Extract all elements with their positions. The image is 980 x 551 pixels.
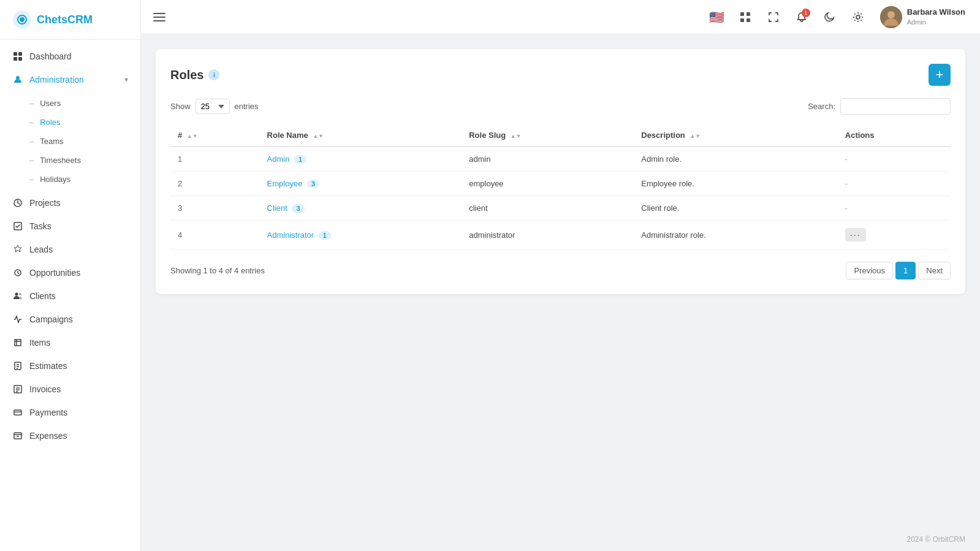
sidebar-item-items[interactable]: Items bbox=[0, 331, 140, 354]
administration-arrow-icon: ▾ bbox=[124, 75, 128, 84]
administration-icon bbox=[12, 74, 23, 85]
cell-role-name: Admin 1 bbox=[260, 146, 462, 172]
sidebar-item-label-tasks: Tasks bbox=[29, 221, 128, 231]
svg-rect-18 bbox=[740, 18, 744, 22]
dashboard-icon bbox=[12, 51, 23, 62]
cell-num: 4 bbox=[170, 221, 260, 249]
show-label: Show bbox=[170, 102, 191, 111]
search-input[interactable] bbox=[840, 98, 951, 115]
estimates-icon bbox=[12, 360, 23, 371]
notifications-icon[interactable]: 1 bbox=[792, 7, 811, 27]
role-count-badge: 3 bbox=[307, 180, 319, 188]
entries-select[interactable]: 10 25 50 100 bbox=[196, 99, 230, 114]
action-dots-button[interactable]: ··· bbox=[845, 228, 866, 241]
sidebar-item-campaigns[interactable]: Campaigns bbox=[0, 308, 140, 331]
previous-button[interactable]: Previous bbox=[846, 262, 893, 279]
user-info: Barbara Wilson Admin bbox=[907, 7, 965, 26]
col-role-slug: Role Slug ▲▼ bbox=[462, 124, 634, 146]
sidebar-item-label-invoices: Invoices bbox=[29, 384, 128, 394]
svg-rect-14 bbox=[14, 410, 21, 415]
sidebar-subitem-label-timesheets: Timesheets bbox=[40, 156, 81, 165]
action-dash: - bbox=[845, 203, 848, 213]
table-row: 1 Admin 1 admin Admin role. - bbox=[170, 146, 951, 172]
role-name-link[interactable]: Employee bbox=[267, 179, 303, 188]
cell-num: 2 bbox=[170, 172, 260, 196]
projects-icon bbox=[12, 197, 23, 208]
action-cell: - bbox=[838, 146, 951, 172]
page-card: Roles i + Show 10 25 50 100 bbox=[156, 49, 965, 294]
sidebar-item-roles[interactable]: Roles bbox=[0, 113, 140, 132]
action-cell: - bbox=[838, 196, 951, 221]
grid-icon[interactable] bbox=[735, 7, 755, 27]
language-selector[interactable]: 🇺🇸 bbox=[707, 7, 727, 27]
sidebar-item-estimates[interactable]: Estimates bbox=[0, 354, 140, 378]
table-row: 2 Employee 3 employee Employee role. - bbox=[170, 172, 951, 196]
role-name-link[interactable]: Client bbox=[267, 203, 287, 213]
sidebar-item-expenses[interactable]: Expenses bbox=[0, 424, 140, 447]
sidebar-item-label-opportunities: Opportunities bbox=[29, 268, 128, 278]
sidebar-subitem-label-roles: Roles bbox=[40, 118, 60, 127]
sidebar-item-label-leads: Leads bbox=[29, 245, 128, 254]
topbar-icons: 🇺🇸 1 bbox=[707, 7, 868, 27]
logo-icon bbox=[12, 10, 32, 29]
sidebar-item-timesheets[interactable]: Timesheets bbox=[0, 151, 140, 170]
table-controls: Show 10 25 50 100 entries Search: bbox=[170, 98, 951, 115]
add-role-button[interactable]: + bbox=[929, 64, 951, 86]
page-1-button[interactable]: 1 bbox=[895, 262, 916, 279]
settings-icon[interactable] bbox=[848, 7, 868, 27]
sidebar-subitem-label-users: Users bbox=[40, 99, 61, 108]
sidebar-item-dashboard[interactable]: Dashboard bbox=[0, 45, 140, 68]
sidebar-item-projects[interactable]: Projects bbox=[0, 191, 140, 215]
sort-icon-role-name: ▲▼ bbox=[313, 133, 324, 139]
sidebar-item-label-expenses: Expenses bbox=[29, 431, 128, 441]
sidebar-item-clients[interactable]: Clients bbox=[0, 284, 140, 308]
sidebar-item-users[interactable]: Users bbox=[0, 94, 140, 113]
leads-icon bbox=[12, 244, 23, 255]
footer-text: 2024 © OrbitCRM bbox=[906, 535, 965, 544]
svg-rect-17 bbox=[746, 12, 750, 16]
sort-icon-role-slug: ▲▼ bbox=[511, 133, 522, 139]
sidebar-item-administration[interactable]: Administration ▾ bbox=[0, 68, 140, 91]
menu-toggle-button[interactable] bbox=[151, 10, 168, 24]
role-count-badge: 1 bbox=[319, 231, 331, 240]
svg-point-20 bbox=[856, 15, 860, 19]
sidebar-item-leads[interactable]: Leads bbox=[0, 238, 140, 261]
sort-icon-num: ▲▼ bbox=[187, 133, 198, 139]
sidebar-item-label-campaigns: Campaigns bbox=[29, 314, 128, 324]
content-area: Roles i + Show 10 25 50 100 bbox=[141, 34, 980, 528]
dark-mode-icon[interactable] bbox=[820, 7, 840, 27]
topbar: 🇺🇸 1 bbox=[141, 0, 980, 34]
page-title-area: Roles i bbox=[170, 68, 219, 82]
cell-description: Employee role. bbox=[634, 172, 838, 196]
search-label: Search: bbox=[808, 102, 835, 111]
fullscreen-icon[interactable] bbox=[764, 7, 783, 27]
sidebar-item-opportunities[interactable]: Opportunities bbox=[0, 261, 140, 284]
sidebar-item-holidays[interactable]: Holidays bbox=[0, 170, 140, 189]
svg-rect-3 bbox=[18, 52, 22, 56]
col-description: Description ▲▼ bbox=[634, 124, 838, 146]
col-actions: Actions bbox=[838, 124, 951, 146]
cell-description: Admin role. bbox=[634, 146, 838, 172]
svg-rect-19 bbox=[746, 18, 750, 22]
table-row: 3 Client 3 client Client role. - bbox=[170, 196, 951, 221]
sidebar-item-teams[interactable]: Teams bbox=[0, 132, 140, 151]
sidebar-item-label-administration: Administration bbox=[29, 75, 118, 85]
svg-rect-2 bbox=[13, 52, 17, 56]
role-name-link[interactable]: Administrator bbox=[267, 230, 314, 240]
sidebar-item-label-clients: Clients bbox=[29, 291, 128, 301]
next-button[interactable]: Next bbox=[918, 262, 951, 279]
sidebar-item-invoices[interactable]: Invoices bbox=[0, 378, 140, 401]
cell-role-name: Client 3 bbox=[260, 196, 462, 221]
user-profile[interactable]: Barbara Wilson Admin bbox=[875, 4, 970, 31]
sidebar-item-tasks[interactable]: Tasks bbox=[0, 215, 140, 238]
sidebar-item-label-dashboard: Dashboard bbox=[29, 51, 128, 61]
entries-label: entries bbox=[235, 102, 259, 111]
campaigns-icon bbox=[12, 314, 23, 325]
page-header: Roles i + bbox=[170, 64, 951, 86]
sidebar-item-payments[interactable]: Payments bbox=[0, 401, 140, 424]
cell-role-name: Administrator 1 bbox=[260, 221, 462, 249]
expenses-icon bbox=[12, 430, 23, 441]
page-title: Roles bbox=[170, 68, 203, 82]
role-name-link[interactable]: Admin bbox=[267, 154, 290, 164]
info-icon[interactable]: i bbox=[208, 69, 219, 80]
